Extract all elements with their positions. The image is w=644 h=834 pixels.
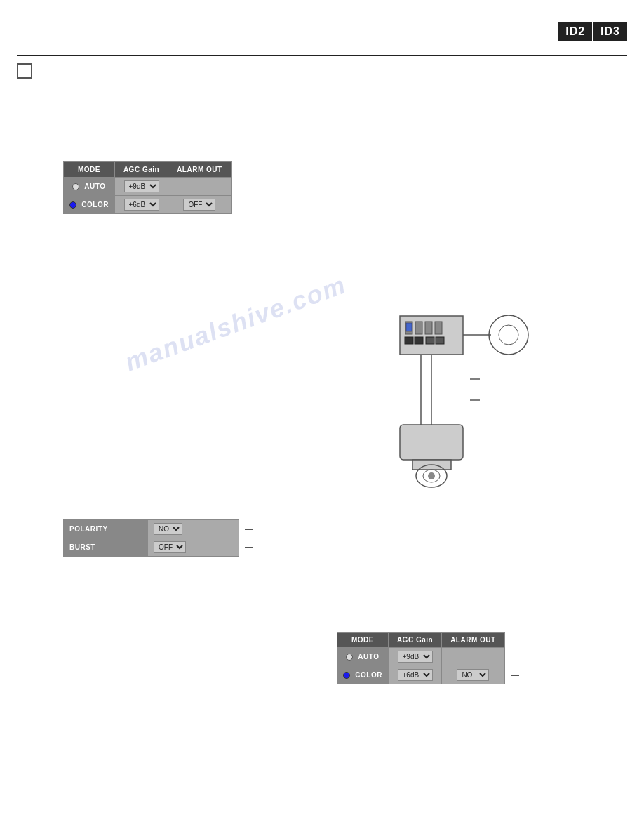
t3-row1-agc-select[interactable]: +9dB +6dB +3dB 0dB: [398, 651, 433, 663]
burst-val: OFF ON: [148, 538, 239, 557]
top-square-icon: [17, 63, 32, 79]
t3-row1-label: AUTO: [337, 648, 389, 666]
t3-row2-agc: +6dB +9dB +3dB 0dB: [388, 666, 441, 684]
row2-label: COLOR: [64, 196, 115, 214]
table-row: AUTO +9dB +6dB +3dB 0dB: [64, 178, 232, 196]
svg-rect-15: [400, 425, 463, 460]
table-row: POLARITY NO NC: [64, 520, 260, 538]
row2-agc-select[interactable]: +6dB +9dB +3dB 0dB: [124, 199, 159, 211]
svg-rect-8: [426, 337, 434, 344]
table-area-1: MODE AGC Gain ALARM OUT AUTO +9dB +6dB +…: [63, 161, 232, 214]
radio-auto[interactable]: [72, 183, 79, 190]
row1-label: AUTO: [64, 178, 115, 196]
row1-agc-select[interactable]: +9dB +6dB +3dB 0dB: [124, 180, 159, 192]
settings-table-3: MODE AGC Gain ALARM OUT AUTO +9dB +6dB +…: [337, 632, 525, 684]
watermark: manualshive.com: [121, 270, 350, 377]
svg-rect-4: [435, 322, 442, 334]
svg-rect-9: [436, 337, 444, 344]
id2-badge: ID2: [558, 22, 592, 41]
th-mode: MODE: [64, 162, 115, 178]
th-alarmout: ALARM OUT: [168, 162, 232, 178]
connector-diagram: [330, 288, 554, 498]
svg-rect-7: [415, 337, 423, 344]
row2-label-text: COLOR: [81, 201, 109, 208]
th3-agcgain: AGC Gain: [388, 633, 441, 648]
row2-alarm-select[interactable]: OFF NO NC: [183, 199, 215, 211]
burst-tick: [239, 538, 260, 557]
table-row: BURST OFF ON: [64, 538, 260, 557]
t3-row1-label-text: AUTO: [358, 653, 379, 661]
burst-select[interactable]: OFF ON: [154, 541, 186, 553]
t3-radio-color[interactable]: [343, 672, 350, 679]
t3-row2-alarm-select[interactable]: NO NC OFF: [457, 669, 489, 681]
table-area-2: POLARITY NO NC BURST OFF ON: [63, 519, 260, 557]
top-rule: [17, 55, 627, 56]
polarity-select[interactable]: NO NC: [154, 523, 182, 535]
table-row: AUTO +9dB +6dB +3dB 0dB: [337, 648, 525, 666]
row1-label-text: AUTO: [84, 183, 105, 190]
row1-agc: +9dB +6dB +3dB 0dB: [114, 178, 168, 196]
t3-radio-auto[interactable]: [346, 654, 353, 661]
svg-point-11: [489, 315, 528, 355]
polarity-tick: [239, 520, 260, 538]
th-agcgain: AGC Gain: [114, 162, 168, 178]
polarity-label: POLARITY: [64, 520, 148, 538]
burst-label: BURST: [64, 538, 148, 557]
th3-alarmout: ALARM OUT: [442, 633, 505, 648]
t3-row2-alarm: NO NC OFF: [442, 666, 505, 684]
t3-row1-alarm: [442, 648, 505, 666]
row2-alarm: OFF NO NC: [168, 196, 232, 214]
svg-rect-3: [425, 322, 432, 334]
th3-mode: MODE: [337, 633, 389, 648]
table-row: COLOR +6dB +9dB +3dB 0dB OFF NO NC: [64, 196, 232, 214]
svg-rect-2: [415, 322, 422, 334]
svg-rect-6: [405, 337, 413, 344]
id-badges: ID2 ID3: [558, 22, 627, 41]
t3-tick: [504, 666, 525, 684]
settings-table-1: MODE AGC Gain ALARM OUT AUTO +9dB +6dB +…: [63, 161, 232, 214]
svg-point-19: [428, 472, 435, 479]
svg-point-12: [499, 325, 518, 345]
id3-badge: ID3: [593, 22, 627, 41]
row2-agc: +6dB +9dB +3dB 0dB: [114, 196, 168, 214]
table-row: COLOR +6dB +9dB +3dB 0dB NO NC OFF: [337, 666, 525, 684]
t3-row1-agc: +9dB +6dB +3dB 0dB: [388, 648, 441, 666]
row1-alarm: [168, 178, 232, 196]
polarity-val: NO NC: [148, 520, 239, 538]
t3-row2-label-text: COLOR: [355, 671, 382, 679]
svg-rect-5: [406, 323, 412, 331]
radio-color[interactable]: [69, 201, 76, 208]
table-area-3: MODE AGC Gain ALARM OUT AUTO +9dB +6dB +…: [337, 632, 525, 684]
t3-row2-label: COLOR: [337, 666, 389, 684]
t3-row2-agc-select[interactable]: +6dB +9dB +3dB 0dB: [398, 669, 433, 681]
settings-table-2: POLARITY NO NC BURST OFF ON: [63, 519, 260, 557]
